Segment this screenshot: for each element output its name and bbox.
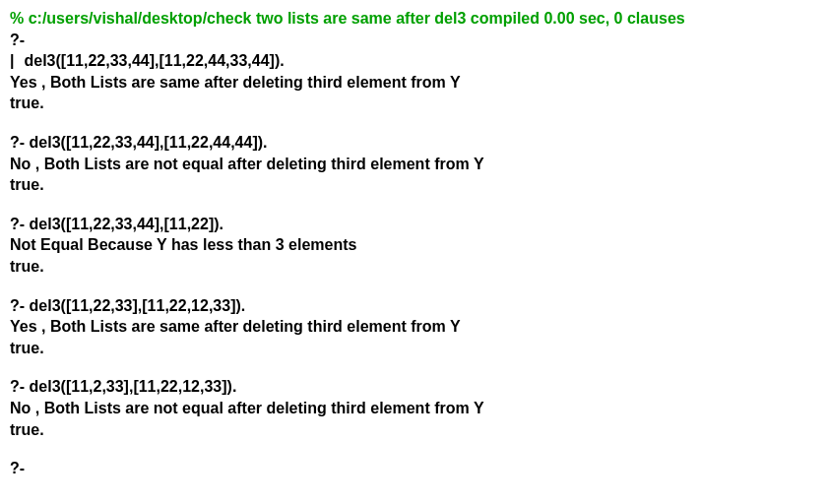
output-0: Yes , Both Lists are same after deleting… — [10, 72, 818, 94]
current-prompt: ?- — [10, 460, 25, 476]
compile-message: % c:/users/vishal/desktop/check two list… — [10, 8, 818, 30]
result-2: true. — [10, 256, 818, 278]
prompt-2: ?- — [10, 216, 25, 232]
query-block-3: ?- del3([11,22,33],[11,22,12,33]). Yes ,… — [10, 295, 818, 359]
query-text-3: del3([11,22,33],[11,22,12,33]). — [30, 297, 246, 314]
output-3: Yes , Both Lists are same after deleting… — [10, 316, 818, 338]
prompt-4: ?- — [10, 378, 25, 395]
query-block-0: ?- | del3([11,22,33,44],[11,22,44,33,44]… — [10, 30, 818, 114]
result-0: true. — [10, 93, 818, 114]
prompt-1: ?- — [10, 134, 25, 151]
output-4: No , Both Lists are not equal after dele… — [10, 398, 818, 419]
cursor-icon: | — [10, 50, 14, 72]
prompt-3: ?- — [10, 297, 25, 314]
result-4: true. — [10, 419, 818, 441]
prompt-0: ?- — [10, 30, 818, 51]
output-1: No , Both Lists are not equal after dele… — [10, 154, 818, 175]
current-prompt-line[interactable]: ?- — [10, 458, 818, 479]
query-block-2: ?- del3([11,22,33,44],[11,22]). Not Equa… — [10, 214, 818, 278]
query-text-4: del3([11,2,33],[11,22,12,33]). — [30, 378, 237, 395]
query-block-1: ?- del3([11,22,33,44],[11,22,44,44]). No… — [10, 132, 818, 196]
output-2: Not Equal Because Y has less than 3 elem… — [10, 234, 818, 256]
query-block-4: ?- del3([11,2,33],[11,22,12,33]). No , B… — [10, 376, 818, 440]
query-text-2: del3([11,22,33,44],[11,22]). — [30, 216, 223, 232]
query-text-1: del3([11,22,33,44],[11,22,44,44]). — [30, 134, 268, 151]
query-text-0: del3([11,22,33,44],[11,22,44,33,44]). — [24, 50, 284, 72]
result-3: true. — [10, 338, 818, 359]
result-1: true. — [10, 174, 818, 196]
